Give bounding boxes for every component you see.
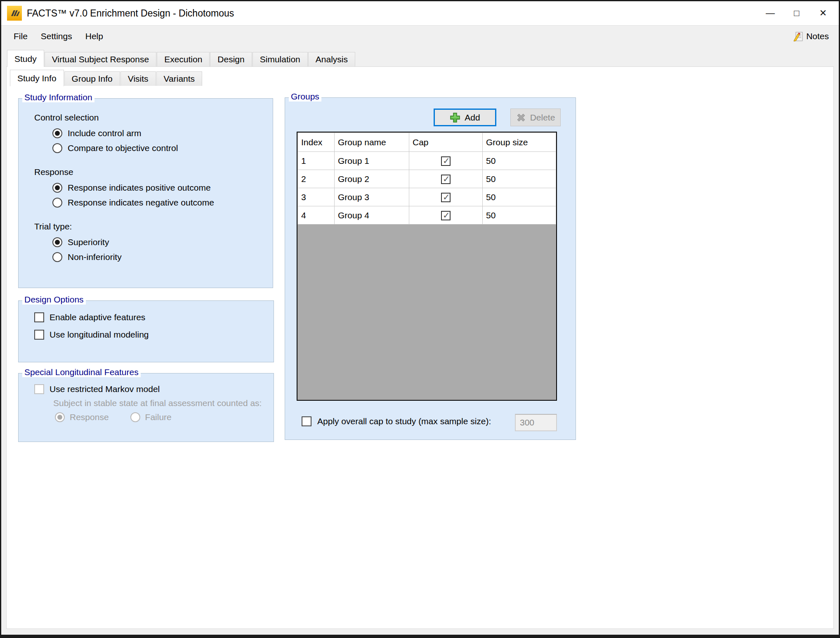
radio-failure-disabled: Failure [145, 412, 172, 422]
cell-index: 4 [298, 206, 335, 224]
add-group-button[interactable]: Add [434, 109, 496, 126]
tab-study[interactable]: Study [7, 50, 44, 67]
radio-button-icon[interactable] [52, 183, 62, 193]
cap-checkbox-icon[interactable] [441, 211, 451, 220]
radio-button-icon [130, 412, 140, 422]
trial-type-label: Trial type: [34, 222, 273, 232]
study-information-groupbox: Study Information Control selection Incl… [18, 98, 273, 288]
menu-bar: File Settings Help Notes [1, 25, 839, 47]
close-button[interactable]: ✕ [810, 1, 836, 25]
special-longitudinal-groupbox: Special Longitudinal Features Use restri… [18, 373, 274, 442]
tab-study-info[interactable]: Study Info [10, 70, 64, 86]
tab-variants[interactable]: Variants [156, 71, 202, 86]
menu-help[interactable]: Help [79, 28, 110, 45]
sub-tab-strip: Study Info Group Info Visits Variants [10, 69, 203, 86]
checkbox-enable-adaptive-features[interactable]: Enable adaptive features [34, 312, 274, 322]
header-index: Index [298, 133, 335, 152]
cell-cap[interactable] [409, 206, 483, 224]
maximize-button[interactable]: □ [783, 1, 810, 25]
radio-button-icon[interactable] [52, 128, 62, 138]
notes-label: Notes [806, 31, 829, 41]
add-button-label: Add [465, 113, 480, 123]
main-tab-strip: Study Virtual Subject Response Execution… [6, 50, 834, 66]
cell-group-size[interactable]: 50 [483, 206, 556, 224]
delete-group-button: Delete [510, 109, 561, 126]
notes-icon [793, 31, 804, 42]
cell-group-size[interactable]: 50 [483, 152, 556, 170]
cap-checkbox-icon[interactable] [441, 156, 451, 166]
header-cap: Cap [409, 133, 483, 152]
tab-region: Study Virtual Subject Response Execution… [1, 47, 839, 635]
app-window: FACTS™ v7.0 Enrichment Design - Dichotom… [0, 0, 840, 638]
checkbox-use-restricted-markov: Use restricted Markov model [34, 384, 274, 394]
cap-checkbox-icon[interactable] [441, 193, 451, 202]
tab-analysis[interactable]: Analysis [308, 52, 355, 66]
radio-button-icon [55, 412, 65, 422]
cell-group-name[interactable]: Group 3 [335, 188, 409, 206]
radio-response-positive[interactable]: Response indicates positive outcome [34, 183, 273, 193]
radio-button-icon[interactable] [52, 237, 62, 247]
tab-virtual-subject-response[interactable]: Virtual Subject Response [45, 52, 156, 66]
tab-visits[interactable]: Visits [120, 71, 156, 86]
max-sample-size-input [515, 414, 557, 431]
checkbox-use-longitudinal-modeling[interactable]: Use longitudinal modeling [34, 330, 274, 340]
menu-settings[interactable]: Settings [34, 28, 79, 45]
cell-cap[interactable] [409, 170, 483, 188]
overall-cap-row: Apply overall cap to study (max sample s… [302, 416, 491, 426]
title-bar: FACTS™ v7.0 Enrichment Design - Dichotom… [1, 1, 839, 25]
response-label: Response [34, 167, 273, 177]
menu-file[interactable]: File [7, 28, 34, 45]
tab-simulation[interactable]: Simulation [252, 52, 308, 66]
tab-execution[interactable]: Execution [157, 52, 210, 66]
checkbox-icon[interactable] [34, 312, 44, 322]
header-group-size: Group size [483, 133, 556, 152]
radio-include-control-arm[interactable]: Include control arm [34, 128, 273, 138]
stable-state-radio-row: Response Failure [34, 412, 274, 422]
cell-index: 2 [298, 170, 335, 188]
cell-group-size[interactable]: 50 [483, 188, 556, 206]
window-title: FACTS™ v7.0 Enrichment Design - Dichotom… [27, 8, 234, 19]
delete-x-icon [516, 113, 526, 123]
delete-button-label: Delete [530, 113, 555, 123]
groups-title: Groups [289, 92, 321, 102]
control-selection-label: Control selection [34, 113, 273, 123]
cell-cap[interactable] [409, 188, 483, 206]
checkbox-icon[interactable] [34, 330, 44, 340]
plus-icon [450, 112, 460, 123]
cap-checkbox-icon[interactable] [441, 175, 451, 184]
table-row: 1 Group 1 50 [298, 152, 556, 170]
radio-response-negative[interactable]: Response indicates negative outcome [34, 198, 273, 208]
radio-button-icon[interactable] [52, 143, 62, 153]
checkbox-icon [34, 384, 44, 394]
radio-superiority[interactable]: Superiority [34, 237, 273, 247]
radio-button-icon[interactable] [52, 252, 62, 262]
table-row: 3 Group 3 50 [298, 188, 556, 206]
groups-groupbox: Groups Add Delete [285, 97, 576, 440]
header-group-name: Group name [335, 133, 409, 152]
facts-logo-icon [7, 6, 22, 21]
cell-index: 1 [298, 152, 335, 170]
design-options-title: Design Options [22, 295, 86, 305]
overall-cap-checkbox[interactable] [302, 416, 311, 426]
radio-button-icon[interactable] [52, 198, 62, 208]
groups-table: Index Group name Cap Group size 1 Group … [297, 132, 557, 401]
radio-compare-objective-control[interactable]: Compare to objective control [34, 143, 273, 153]
cell-group-name[interactable]: Group 4 [335, 206, 409, 224]
tab-group-info[interactable]: Group Info [64, 71, 120, 86]
special-longitudinal-title: Special Longitudinal Features [22, 367, 141, 377]
tab-design[interactable]: Design [210, 52, 252, 66]
study-information-title: Study Information [22, 92, 94, 102]
table-row: 4 Group 4 50 [298, 206, 556, 224]
cell-group-size[interactable]: 50 [483, 170, 556, 188]
notes-button[interactable]: Notes [788, 29, 833, 44]
cell-cap[interactable] [409, 152, 483, 170]
design-options-groupbox: Design Options Enable adaptive features … [18, 300, 274, 362]
cell-group-name[interactable]: Group 2 [335, 170, 409, 188]
cell-group-name[interactable]: Group 1 [335, 152, 409, 170]
radio-non-inferiority[interactable]: Non-inferiority [34, 252, 273, 262]
study-tab-page: Study Info Group Info Visits Variants St… [6, 66, 834, 629]
minimize-button[interactable]: — [757, 1, 783, 25]
radio-response-disabled: Response [70, 412, 109, 422]
table-header-row: Index Group name Cap Group size [298, 133, 556, 152]
cell-index: 3 [298, 188, 335, 206]
